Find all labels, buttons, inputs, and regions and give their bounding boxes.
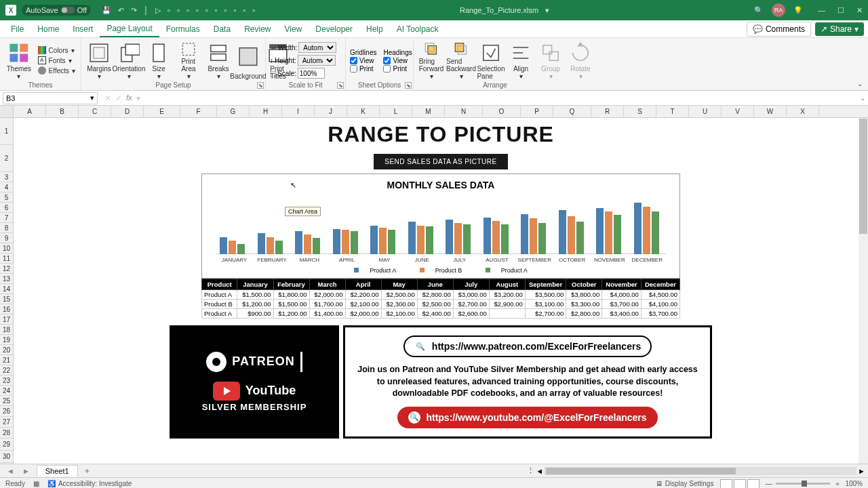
chart-bar[interactable] — [484, 218, 491, 254]
enter-icon[interactable]: ✓ — [115, 94, 122, 103]
headings-view-check[interactable] — [383, 57, 391, 64]
column-header[interactable]: A — [14, 106, 46, 117]
row-header[interactable]: 17 — [0, 314, 13, 325]
table-row[interactable]: Product A$900.00$1,200.00$1,400.00$2,000… — [202, 309, 680, 319]
coming-soon-icon[interactable]: 💡 — [793, 6, 803, 15]
table-header-cell[interactable]: December — [641, 279, 679, 290]
qat-icon[interactable]: ▷ — [155, 6, 161, 15]
chart-bar[interactable] — [530, 218, 537, 254]
minimize-button[interactable]: — — [818, 6, 825, 15]
qat-icon[interactable]: ▫ — [196, 6, 199, 15]
patreon-url-pill[interactable]: 🔍https://www.patreon.com/ExcelForFreelan… — [403, 336, 652, 357]
row-header[interactable]: 9 — [0, 233, 13, 243]
row-header[interactable]: 6 — [0, 203, 13, 213]
table-cell[interactable]: $3,700.00 — [641, 309, 679, 319]
row-header[interactable]: 14 — [0, 284, 13, 294]
themes-button[interactable]: Themes▾ — [4, 39, 34, 81]
row-header[interactable]: 3 — [0, 172, 13, 182]
row-header[interactable]: 18 — [0, 325, 13, 335]
row-header[interactable]: 1 — [0, 118, 13, 145]
accessibility-status[interactable]: Accessibility: Investigate — [58, 480, 132, 487]
table-header-cell[interactable]: November — [602, 279, 642, 290]
tab-home[interactable]: Home — [31, 22, 66, 37]
prev-sheet-icon[interactable]: ◄ — [3, 467, 18, 475]
rotate-button[interactable]: Rotate▾ — [567, 39, 594, 81]
column-header[interactable]: R — [591, 106, 624, 117]
chart-bar[interactable] — [501, 224, 509, 254]
row-header[interactable]: 27 — [0, 417, 13, 428]
fx-icon[interactable]: fx — [126, 94, 132, 103]
table-cell[interactable]: $1,200.00 — [237, 300, 273, 309]
tab-ai-toolpack[interactable]: AI Toolpack — [390, 22, 446, 37]
chart-bar[interactable] — [643, 207, 650, 254]
select-all-corner[interactable] — [0, 106, 13, 118]
column-headers[interactable]: ABCDEFGHIJKLMNOPQRSTUVWX — [14, 106, 868, 118]
row-header[interactable]: 4 — [0, 182, 13, 192]
qat-icon[interactable]: ▫ — [177, 6, 180, 15]
row-header[interactable]: 22 — [0, 365, 13, 375]
user-avatar[interactable]: RA — [772, 3, 785, 17]
chart-bar[interactable] — [652, 211, 659, 254]
dialog-launcher[interactable]: ⬊ — [405, 82, 412, 89]
row-header[interactable]: 11 — [0, 253, 13, 264]
table-cell[interactable]: $1,500.00 — [237, 290, 273, 300]
column-header[interactable]: M — [412, 106, 445, 117]
document-name[interactable]: Range_To_Picture.xlsm — [460, 6, 538, 14]
table-cell[interactable]: Product B — [202, 300, 237, 309]
search-icon[interactable]: 🔍 — [754, 6, 764, 15]
worksheet-grid[interactable]: 1234567891011121314151617181920212223242… — [0, 106, 868, 464]
chart-bar[interactable] — [538, 223, 546, 254]
next-sheet-icon[interactable]: ► — [18, 467, 34, 475]
table-cell[interactable]: $2,000.00 — [309, 290, 345, 300]
table-cell[interactable]: $4,100.00 — [641, 300, 679, 309]
column-header[interactable]: L — [380, 106, 412, 117]
table-header-cell[interactable]: January — [237, 279, 273, 290]
accessibility-icon[interactable]: ♿ — [47, 480, 56, 487]
expand-formula-icon[interactable]: ⌄ — [857, 94, 868, 102]
row-header[interactable]: 13 — [0, 274, 13, 284]
table-header-cell[interactable]: August — [489, 279, 525, 290]
row-header[interactable]: 15 — [0, 294, 13, 304]
table-cell[interactable]: $2,600.00 — [453, 309, 489, 319]
table-header-cell[interactable]: May — [381, 279, 417, 290]
column-header[interactable]: Q — [553, 106, 591, 117]
width-select[interactable]: Automatic — [298, 42, 336, 53]
table-cell[interactable]: $2,300.00 — [381, 300, 417, 309]
table-cell[interactable]: Product A — [202, 290, 237, 300]
row-header[interactable]: 26 — [0, 406, 13, 417]
zoom-in-button[interactable]: ＋ — [834, 479, 841, 489]
column-header[interactable]: K — [347, 106, 380, 117]
zoom-slider[interactable] — [776, 483, 830, 485]
table-cell[interactable]: $2,200.00 — [345, 290, 381, 300]
tab-view[interactable]: View — [278, 22, 309, 37]
table-cell[interactable]: $2,800.00 — [566, 309, 602, 319]
row-header[interactable]: 2 — [0, 145, 13, 172]
column-header[interactable]: D — [111, 106, 144, 117]
send-backward-button[interactable]: Send Backward▾ — [448, 39, 475, 81]
row-header[interactable]: 8 — [0, 223, 13, 233]
row-header[interactable]: 28 — [0, 428, 13, 439]
table-cell[interactable]: $1,400.00 — [309, 309, 345, 319]
chart-bar[interactable] — [521, 214, 528, 255]
chart-bar[interactable] — [220, 237, 227, 255]
normal-view-button[interactable] — [720, 479, 732, 489]
sales-chart[interactable]: MONTHLY SALES DATA Chart Area ↖ JANUARYF… — [201, 174, 680, 279]
table-cell[interactable]: $1,700.00 — [309, 300, 345, 309]
display-settings-label[interactable]: Display Settings — [665, 480, 714, 487]
table-cell[interactable]: $2,500.00 — [381, 290, 417, 300]
macro-icon[interactable]: ▦ — [33, 480, 39, 487]
column-header[interactable]: X — [787, 106, 819, 117]
table-cell[interactable]: $1,800.00 — [273, 290, 309, 300]
table-cell[interactable]: $3,800.00 — [566, 290, 602, 300]
chart-bar[interactable] — [379, 228, 387, 254]
chart-bar[interactable] — [351, 231, 358, 254]
display-settings-icon[interactable]: 🖥 — [656, 480, 663, 487]
send-sales-data-button[interactable]: SEND SALES DATA AS PICTURE — [374, 154, 507, 169]
chart-bar[interactable] — [596, 208, 604, 254]
chart-bar[interactable] — [463, 224, 471, 254]
chart-bar[interactable] — [454, 223, 462, 254]
column-header[interactable]: E — [144, 106, 180, 117]
chart-bar[interactable] — [258, 233, 265, 254]
table-cell[interactable]: $2,700.00 — [453, 300, 489, 309]
table-cell[interactable]: $4,500.00 — [641, 290, 679, 300]
